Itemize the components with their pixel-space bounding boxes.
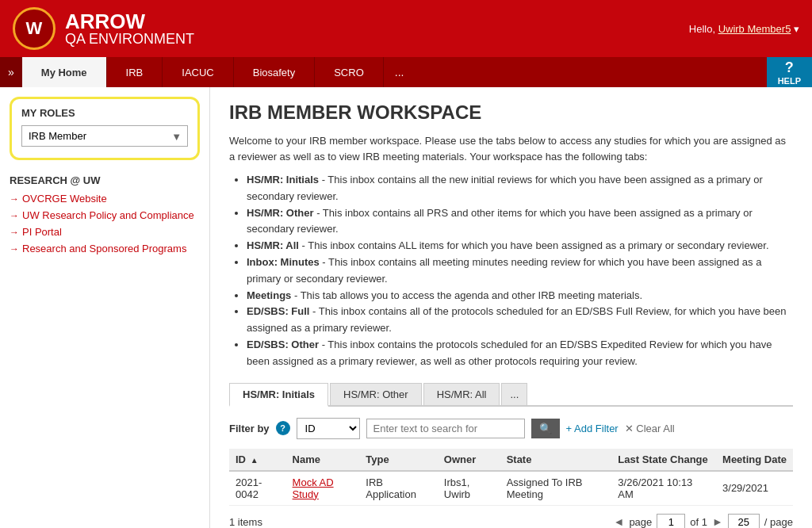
page-label: page xyxy=(629,516,652,528)
list-item: ED/SBS: Full - This inbox contains all o… xyxy=(247,304,793,337)
clear-all-button[interactable]: ✕ Clear All xyxy=(625,423,675,434)
cell-name[interactable]: Mock AD Study xyxy=(286,471,360,506)
list-item-desc: - This inbox contains all PRS and other … xyxy=(247,207,753,235)
filter-help-icon[interactable]: ? xyxy=(276,421,290,435)
list-item-desc: - This inbox contains ALL items for whic… xyxy=(302,239,769,251)
table-header: ID ▲ Name Type Owner State Last State Ch… xyxy=(229,449,793,471)
sidebar: MY ROLES IRB Member ▼ RESEARCH @ UW → OV… xyxy=(0,87,210,528)
cell-state: Assigned To IRB Meeting xyxy=(500,471,612,506)
header-user-info: Hello, Uwirb Member5 ▾ xyxy=(689,23,799,35)
results-table: ID ▲ Name Type Owner State Last State Ch… xyxy=(229,449,793,506)
nav-bar: » My Home IRB IACUC Biosafety SCRO ... ?… xyxy=(0,57,812,87)
list-item: HS/MR: All - This inbox contains ALL ite… xyxy=(247,238,793,254)
list-item-term: ED/SBS: Other xyxy=(247,339,319,350)
next-page-button[interactable]: ► xyxy=(712,515,723,528)
prev-page-button[interactable]: ◄ xyxy=(614,515,625,528)
list-item: HS/MR: Other - This inbox contains all P… xyxy=(247,205,793,239)
main-content: IRB MEMBER WORKSPACE Welcome to your IRB… xyxy=(210,87,812,528)
header: W ARROW QA ENVIRONMENT Hello, Uwirb Memb… xyxy=(0,0,812,57)
col-header-id[interactable]: ID ▲ xyxy=(229,449,286,471)
nav-more-button[interactable]: ... xyxy=(384,57,416,87)
workspace-description: Welcome to your IRB member workspace. Pl… xyxy=(229,133,793,164)
pagination-row: 1 items ◄ page of 1 ► / page xyxy=(229,514,793,528)
list-item: ED/SBS: Other - This inbox contains the … xyxy=(247,337,793,370)
cell-id: 2021-0042 xyxy=(229,471,286,506)
list-item: HS/MR: Initials - This inbox contains al… xyxy=(247,172,793,205)
greeting-text: Hello, xyxy=(689,23,718,35)
list-item-desc: - This inbox contains all of the protoco… xyxy=(247,305,786,334)
link-arrow-icon: → xyxy=(10,193,19,205)
tab-hs-mr-initials[interactable]: HS/MR: Initials xyxy=(229,383,328,407)
sidebar-link-rsp[interactable]: → Research and Sponsored Programs xyxy=(10,243,200,254)
uw-logo: W xyxy=(13,7,56,50)
nav-item-scro[interactable]: SCRO xyxy=(315,57,384,87)
help-label: HELP xyxy=(778,76,801,86)
app-name-line1: ARROW xyxy=(65,11,194,32)
list-item-desc: - This inbox contains the protocols sche… xyxy=(247,339,772,367)
user-name-link[interactable]: Uwirb Member5 xyxy=(718,23,791,35)
research-section-title: RESEARCH @ UW xyxy=(10,174,200,186)
cell-owner: Irbs1, Uwirb xyxy=(438,471,500,506)
header-left: W ARROW QA ENVIRONMENT xyxy=(13,7,194,50)
cell-meeting-date: 3/29/2021 xyxy=(716,471,793,506)
sort-arrow-icon: ▲ xyxy=(251,456,259,465)
filter-search-button[interactable]: 🔍 xyxy=(531,419,560,438)
nav-item-irb[interactable]: IRB xyxy=(107,57,163,87)
filter-search-input[interactable] xyxy=(366,419,525,438)
sidebar-link-uw-policy[interactable]: → UW Research Policy and Compliance xyxy=(10,209,200,221)
list-item-term: Meetings xyxy=(247,289,291,301)
list-item-term: HS/MR: Initials xyxy=(247,174,319,186)
page-of-label: of 1 xyxy=(690,516,707,528)
my-roles-section: MY ROLES IRB Member ▼ xyxy=(10,97,200,160)
filter-field-select[interactable]: ID Name Type Owner State xyxy=(297,418,360,439)
role-select-wrapper: IRB Member ▼ xyxy=(21,125,188,147)
user-dropdown-arrow[interactable]: ▾ xyxy=(794,23,799,35)
table-body: 2021-0042 Mock AD Study IRB Application … xyxy=(229,471,793,506)
app-title: ARROW QA ENVIRONMENT xyxy=(65,11,194,46)
page-title: IRB MEMBER WORKSPACE xyxy=(229,101,793,124)
col-header-state: State xyxy=(500,449,612,471)
page-number-input[interactable] xyxy=(657,514,685,528)
help-icon: ? xyxy=(785,59,794,76)
app-name-line2: QA ENVIRONMENT xyxy=(65,32,194,46)
help-button[interactable]: ? HELP xyxy=(767,57,812,87)
cell-type: IRB Application xyxy=(359,471,438,506)
link-arrow-icon: → xyxy=(10,243,19,254)
list-item-desc: - This tab allows you to access the agen… xyxy=(294,289,642,301)
per-page-label: / page xyxy=(764,516,793,528)
per-page-input[interactable] xyxy=(728,514,760,528)
nav-collapse-arrow[interactable]: » xyxy=(0,57,22,87)
sidebar-link-label-uw-policy: UW Research Policy and Compliance xyxy=(22,209,194,221)
add-filter-button[interactable]: + Add Filter xyxy=(566,423,619,434)
role-select[interactable]: IRB Member xyxy=(21,125,188,147)
col-header-name: Name xyxy=(286,449,360,471)
nav-item-biosafety[interactable]: Biosafety xyxy=(234,57,315,87)
sidebar-link-ovcrge[interactable]: → OVCRGE Website xyxy=(10,193,200,205)
col-header-last-state-change: Last State Change xyxy=(611,449,716,471)
my-roles-title: MY ROLES xyxy=(21,107,188,119)
link-arrow-icon: → xyxy=(10,227,19,238)
research-at-uw-section: RESEARCH @ UW → OVCRGE Website → UW Rese… xyxy=(10,174,200,254)
list-item-term: Inbox: Minutes xyxy=(247,256,320,268)
tab-more-button[interactable]: ... xyxy=(501,383,527,405)
nav-item-iacuc[interactable]: IACUC xyxy=(163,57,233,87)
cell-last-state-change: 3/26/2021 10:13 AM xyxy=(611,471,716,506)
tab-hs-mr-other[interactable]: HS/MR: Other xyxy=(330,383,422,405)
items-count: 1 items xyxy=(229,516,262,528)
list-item-term: HS/MR: Other xyxy=(247,207,314,219)
list-item: Inbox: Minutes - This inbox contains all… xyxy=(247,254,793,288)
sidebar-link-label-ovcrge: OVCRGE Website xyxy=(22,193,107,205)
list-item-desc: - This inbox contains all the new initia… xyxy=(247,174,763,202)
filter-row: Filter by ? ID Name Type Owner State 🔍 +… xyxy=(229,418,793,439)
list-item: Meetings - This tab allows you to access… xyxy=(247,288,793,304)
page-controls: ◄ page of 1 ► / page xyxy=(614,514,793,528)
tab-hs-mr-all[interactable]: HS/MR: All xyxy=(423,383,500,405)
sidebar-link-pi-portal[interactable]: → PI Portal xyxy=(10,226,200,238)
main-layout: MY ROLES IRB Member ▼ RESEARCH @ UW → OV… xyxy=(0,87,812,528)
link-arrow-icon: → xyxy=(10,210,19,221)
nav-item-my-home[interactable]: My Home xyxy=(22,57,107,87)
logo-text: W xyxy=(26,18,43,39)
table-row: 2021-0042 Mock AD Study IRB Application … xyxy=(229,471,793,506)
col-header-meeting-date: Meeting Date xyxy=(716,449,793,471)
col-header-type: Type xyxy=(359,449,438,471)
